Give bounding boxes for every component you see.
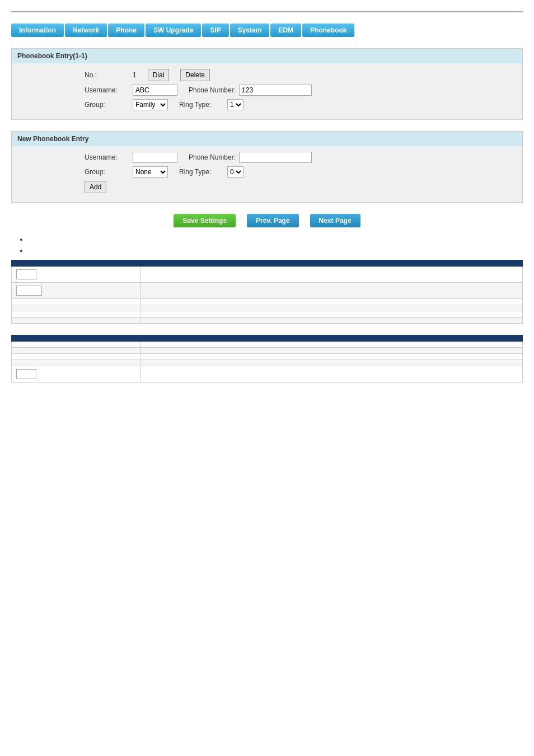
- table-row: [12, 360, 523, 366]
- new-group-label: Group:: [85, 168, 129, 176]
- new-group-row: Group: None Family Friends Work Ring Typ…: [85, 166, 517, 178]
- table-row: [12, 311, 523, 318]
- delete-group: Delete: [180, 69, 210, 81]
- tab-system[interactable]: System: [230, 24, 270, 37]
- entry-no-row: No.: 1 Dial Delete: [85, 69, 517, 81]
- table1-cell-5-1: [12, 311, 140, 318]
- bullet-1: [28, 235, 523, 243]
- entry-ring-label: Ring Type:: [179, 101, 224, 109]
- entry-username-label: Username:: [85, 86, 129, 94]
- table2-cell-1-2: [140, 342, 523, 348]
- new-username-input[interactable]: [133, 152, 177, 163]
- tab-information[interactable]: Information: [11, 24, 64, 37]
- table-row: [12, 305, 523, 311]
- table1-input-2[interactable]: [16, 286, 42, 296]
- table2-cell-1-1: [12, 342, 140, 348]
- new-phone-group: Phone Number:: [189, 152, 312, 163]
- table1-cell-3-2: [140, 299, 523, 305]
- new-ring-label: Ring Type:: [179, 168, 224, 176]
- prev-page-button[interactable]: Prev. Page: [247, 214, 298, 227]
- table-row: [12, 342, 523, 348]
- table-row: [12, 354, 523, 360]
- no-value: 1: [133, 71, 137, 79]
- table2-cell-4-2: [140, 360, 523, 366]
- new-username-label: Username:: [85, 153, 129, 161]
- tab-sip[interactable]: SIP: [202, 24, 228, 37]
- new-phonebook-section: New Phonebook Entry Username: Phone Numb…: [11, 131, 523, 203]
- table1-cell-2-1: [12, 283, 140, 299]
- dial-group: Dial: [148, 69, 170, 81]
- table-row: [12, 318, 523, 324]
- table1-cell-4-2: [140, 305, 523, 311]
- entry-phone-input[interactable]: [239, 85, 312, 96]
- tab-phone[interactable]: Phone: [108, 24, 144, 37]
- table2-header-col1: [12, 335, 140, 342]
- table2-cell-3-2: [140, 354, 523, 360]
- table-row: [12, 299, 523, 305]
- table1-cell-6-2: [140, 318, 523, 324]
- entry-username-input[interactable]: [133, 85, 177, 96]
- table1-header-col1: [12, 260, 140, 267]
- table2-header-col2: [140, 335, 523, 342]
- entry-group-row: Group: Family Friends Work None Ring Typ…: [85, 99, 517, 110]
- new-group-select[interactable]: None Family Friends Work: [133, 166, 168, 178]
- table1-cell-4-1: [12, 305, 140, 311]
- new-username-row: Username: Phone Number:: [85, 152, 517, 163]
- table-row: [12, 267, 523, 283]
- tab-edm[interactable]: EDM: [270, 24, 301, 37]
- new-group-group: Group: None Family Friends Work: [85, 166, 168, 178]
- table1-cell-2-2: [140, 283, 523, 299]
- new-phonebook-body: Username: Phone Number: Group: None Fami…: [12, 146, 522, 202]
- phonebook-entry-section: Phonebook Entry(1-1) No.: 1 Dial Delete …: [11, 48, 523, 120]
- entry-ring-select[interactable]: 0 1 2 3: [227, 99, 243, 110]
- table-row: [12, 366, 523, 382]
- entry-username-group: Username:: [85, 85, 177, 96]
- bullet-2: [28, 246, 523, 254]
- table2-cell-2-2: [140, 348, 523, 354]
- phonebook-entry-header: Phonebook Entry(1-1): [12, 49, 522, 63]
- table1-cell-1-2: [140, 267, 523, 283]
- entry-group-label: Group:: [85, 101, 129, 109]
- bottom-table-1: [11, 260, 523, 324]
- new-ring-select[interactable]: 0 1 2 3: [227, 166, 243, 178]
- table1-cell-3-1: [12, 299, 140, 305]
- table2-cell-5-1: [12, 366, 140, 382]
- phonebook-entry-body: No.: 1 Dial Delete Username: Phone Numbe…: [12, 63, 522, 119]
- tab-sw-upgrade[interactable]: SW Upgrade: [146, 24, 201, 37]
- delete-button[interactable]: Delete: [180, 69, 210, 81]
- add-button[interactable]: Add: [85, 181, 106, 193]
- entry-ring-group: Ring Type: 0 1 2 3: [179, 99, 243, 110]
- no-label: No.:: [85, 71, 129, 79]
- action-bar: Save Settings Prev. Page Next Page: [11, 214, 523, 227]
- no-group: No.: 1: [85, 71, 137, 79]
- new-username-group: Username:: [85, 152, 177, 163]
- tab-network[interactable]: Network: [65, 24, 107, 37]
- table2-cell-3-1: [12, 354, 140, 360]
- save-settings-button[interactable]: Save Settings: [174, 214, 236, 227]
- table2-cell-2-1: [12, 348, 140, 354]
- table1-input-1[interactable]: [16, 269, 36, 279]
- table1-cell-6-1: [12, 318, 140, 324]
- nav-bar: Information Network Phone SW Upgrade SIP…: [11, 24, 523, 37]
- new-ring-group: Ring Type: 0 1 2 3: [179, 166, 243, 178]
- new-phone-label: Phone Number:: [189, 153, 236, 161]
- bottom-table-2: [11, 335, 523, 382]
- new-phonebook-header: New Phonebook Entry: [12, 132, 522, 146]
- table1-cell-5-2: [140, 311, 523, 318]
- table-row: [12, 348, 523, 354]
- table2-input-1[interactable]: [16, 369, 36, 379]
- next-page-button[interactable]: Next Page: [310, 214, 360, 227]
- table1-cell-1-1: [12, 267, 140, 283]
- table1-header-col2: [140, 260, 523, 267]
- dial-button[interactable]: Dial: [148, 69, 170, 81]
- entry-phone-label: Phone Number:: [189, 86, 236, 94]
- tab-phonebook[interactable]: Phonebook: [302, 24, 354, 37]
- entry-group-group: Group: Family Friends Work None: [85, 99, 168, 110]
- entry-username-row: Username: Phone Number:: [85, 85, 517, 96]
- add-row: Add: [85, 181, 517, 193]
- bullet-list: [28, 235, 523, 254]
- entry-group-select[interactable]: Family Friends Work None: [133, 99, 168, 110]
- table-row: [12, 283, 523, 299]
- new-phone-input[interactable]: [239, 152, 312, 163]
- entry-phone-group: Phone Number:: [189, 85, 312, 96]
